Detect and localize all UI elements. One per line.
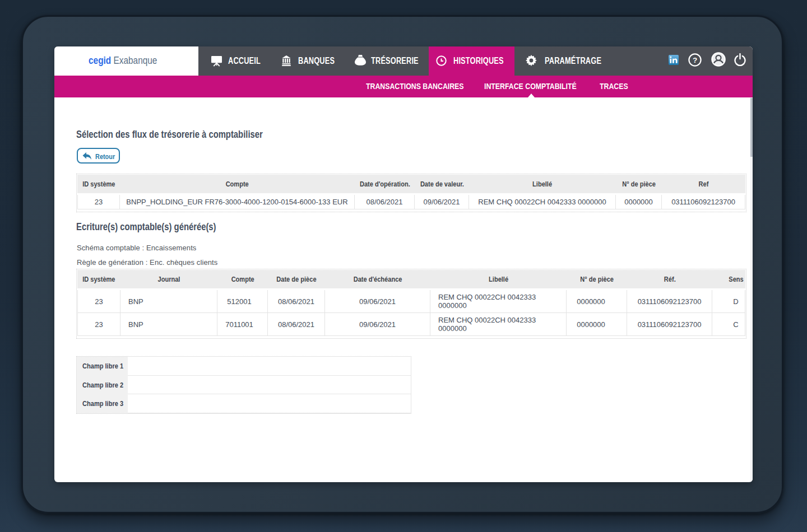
svg-text:?: ?: [693, 56, 697, 64]
